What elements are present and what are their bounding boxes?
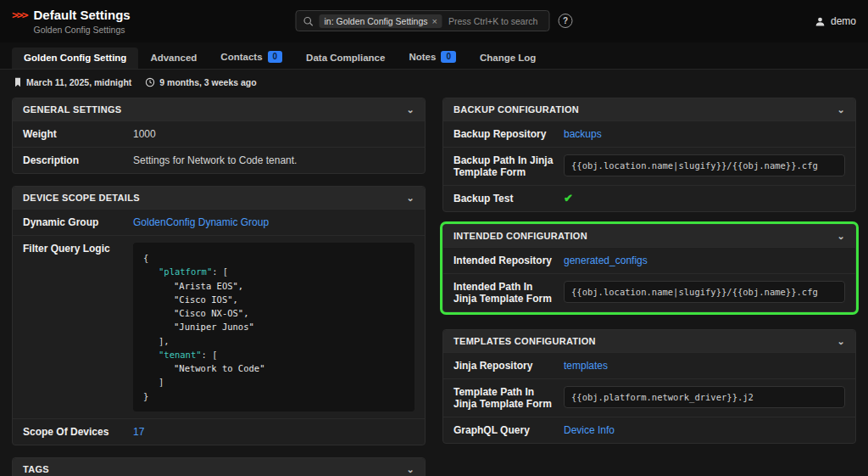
backup-repository-link[interactable]: backups <box>564 128 602 140</box>
record-meta: March 11, 2025, midnight 9 months, 3 wee… <box>0 70 868 92</box>
intended-path-value: {{obj.location.name|slugify}}/{{obj.name… <box>564 281 845 303</box>
code-token: ], <box>159 336 170 346</box>
row-intended-repository: Intended Repository generated_configs <box>443 247 855 273</box>
search-filter-label: in: Golden Config Settings <box>325 16 428 26</box>
left-column: GENERAL SETTINGS ⌄ Weight 1000 Descripti… <box>12 98 426 476</box>
field-label: Backup Test <box>453 193 564 204</box>
search-zone: in: Golden Config Settings × Press Ctrl+… <box>296 10 573 31</box>
panel-tags: TAGS ⌄ No tags assigned <box>12 457 426 476</box>
code-token: : [ <box>202 350 218 360</box>
bookmark-icon <box>14 77 22 87</box>
search-input[interactable]: in: Golden Config Settings × Press Ctrl+… <box>296 10 550 31</box>
row-weight: Weight 1000 <box>13 120 425 147</box>
backup-path-value: {{obj.location.name|slugify}}/{{obj.name… <box>564 154 845 176</box>
panel-title: TAGS <box>23 464 49 474</box>
row-backup-test: Backup Test ✔ <box>443 185 855 211</box>
tab-data-compliance[interactable]: Data Compliance <box>294 48 397 69</box>
filter-query-code: { "platform": [ "Arista EOS", "Cisco IOS… <box>133 243 415 412</box>
chip-close-icon[interactable]: × <box>432 16 437 26</box>
code-token: "Cisco IOS", <box>174 294 238 305</box>
panel-backup-configuration: BACKUP CONFIGURATION ⌄ Backup Repository… <box>442 98 856 212</box>
row-graphql-query: GraphQL Query Device Info <box>443 417 855 443</box>
panel-general-settings: GENERAL SETTINGS ⌄ Weight 1000 Descripti… <box>12 98 426 174</box>
page-title: Default Settings <box>33 8 130 22</box>
row-jinja-repository: Jinja Repository templates <box>443 352 855 378</box>
panel-title: BACKUP CONFIGURATION <box>453 104 579 115</box>
code-token: "Cisco NX-OS", <box>174 308 249 318</box>
search-filter-chip[interactable]: in: Golden Config Settings × <box>320 14 442 28</box>
row-backup-path: Backup Path In Jinja Template Form {{obj… <box>443 147 855 185</box>
tags-header[interactable]: TAGS ⌄ <box>13 458 425 476</box>
jinja-repository-link[interactable]: templates <box>564 360 608 372</box>
field-label: Dynamic Group <box>23 216 133 228</box>
row-scope-of-devices: Scope Of Devices 17 <box>13 418 425 445</box>
row-template-path: Template Path In Jinja Template Form {{o… <box>443 378 855 417</box>
scope-of-devices-link[interactable]: 17 <box>133 426 144 438</box>
tab-contacts[interactable]: Contacts 0 <box>209 46 294 69</box>
help-icon[interactable]: ? <box>559 14 573 28</box>
intended-repository-link[interactable]: generated_configs <box>564 255 648 266</box>
field-label: Template Path In Jinja Template Form <box>453 386 564 410</box>
breadcrumb: Golden Config Settings <box>33 25 130 35</box>
notes-count-badge: 0 <box>441 51 456 63</box>
chevron-down-icon: ⌄ <box>406 465 415 473</box>
title-block: Default Settings Golden Config Settings <box>33 8 130 35</box>
nautobot-logo[interactable]: >>> <box>12 8 26 21</box>
created-meta: March 11, 2025, midnight <box>14 77 131 87</box>
field-label: Intended Repository <box>453 255 564 266</box>
field-label: Backup Path In Jinja Template Form <box>453 154 564 178</box>
template-path-value: {{obj.platform.network_driver}}.j2 <box>564 386 845 408</box>
chevron-down-icon: ⌄ <box>837 105 845 114</box>
code-token: "Network to Code" <box>174 363 264 373</box>
intended-configuration-header[interactable]: INTENDED CONFIGURATION ⌄ <box>443 225 855 247</box>
field-value: Settings for Network to Code tenant. <box>133 154 415 166</box>
tab-notes[interactable]: Notes 0 <box>397 46 468 69</box>
backup-configuration-header[interactable]: BACKUP CONFIGURATION ⌄ <box>443 98 855 120</box>
clock-icon <box>145 77 155 87</box>
templates-configuration-header[interactable]: TEMPLATES CONFIGURATION ⌄ <box>443 330 855 352</box>
general-settings-header[interactable]: GENERAL SETTINGS ⌄ <box>13 98 425 120</box>
code-token: "Juniper Junos" <box>174 322 254 332</box>
tab-advanced[interactable]: Advanced <box>138 48 209 69</box>
created-date: March 11, 2025, midnight <box>26 77 131 87</box>
tab-label: Data Compliance <box>306 53 385 63</box>
dynamic-group-link[interactable]: GoldenConfig Dynamic Group <box>133 216 269 228</box>
graphql-query-link[interactable]: Device Info <box>564 424 615 436</box>
panel-templates-configuration: TEMPLATES CONFIGURATION ⌄ Jinja Reposito… <box>442 329 856 444</box>
check-icon: ✔ <box>564 192 573 204</box>
code-token: "platform" <box>159 266 212 277</box>
panel-title: DEVICE SCOPE DETAILS <box>23 193 140 203</box>
top-header: >>> Default Settings Golden Config Setti… <box>0 0 868 42</box>
search-icon <box>303 16 314 26</box>
chevron-down-icon: ⌄ <box>406 105 415 114</box>
field-label: GraphQL Query <box>453 424 564 436</box>
device-scope-header[interactable]: DEVICE SCOPE DETAILS ⌄ <box>13 187 425 209</box>
code-token: "tenant" <box>159 350 202 360</box>
field-label: Filter Query Logic <box>23 243 133 255</box>
code-token: "Arista EOS", <box>174 281 243 291</box>
search-placeholder: Press Ctrl+K to search <box>448 16 537 26</box>
tab-label: Change Log <box>480 53 536 63</box>
field-label: Weight <box>23 128 133 140</box>
tab-label: Contacts <box>220 52 262 62</box>
user-menu[interactable]: demo <box>815 15 856 27</box>
tab-golden-config-setting[interactable]: Golden Config Setting <box>12 48 138 69</box>
row-filter-query-logic: Filter Query Logic { "platform": [ "Aris… <box>13 235 425 418</box>
user-icon <box>815 16 826 27</box>
field-label: Jinja Repository <box>453 360 564 372</box>
field-label: Scope Of Devices <box>23 426 133 438</box>
username: demo <box>831 15 856 27</box>
code-token: { <box>143 253 148 263</box>
age-meta: 9 months, 3 weeks ago <box>145 77 256 87</box>
chevron-down-icon: ⌄ <box>837 232 845 240</box>
field-value: 1000 <box>133 128 415 140</box>
chevron-down-icon: ⌄ <box>837 337 845 345</box>
right-column: BACKUP CONFIGURATION ⌄ Backup Repository… <box>442 98 856 476</box>
main-content: GENERAL SETTINGS ⌄ Weight 1000 Descripti… <box>0 92 868 476</box>
tab-bar: Golden Config Setting Advanced Contacts … <box>0 42 868 70</box>
panel-title: TEMPLATES CONFIGURATION <box>453 336 596 346</box>
field-label: Description <box>23 154 133 166</box>
brand: >>> Default Settings Golden Config Setti… <box>12 8 131 35</box>
code-token: : [ <box>212 266 228 277</box>
tab-change-log[interactable]: Change Log <box>468 48 548 69</box>
